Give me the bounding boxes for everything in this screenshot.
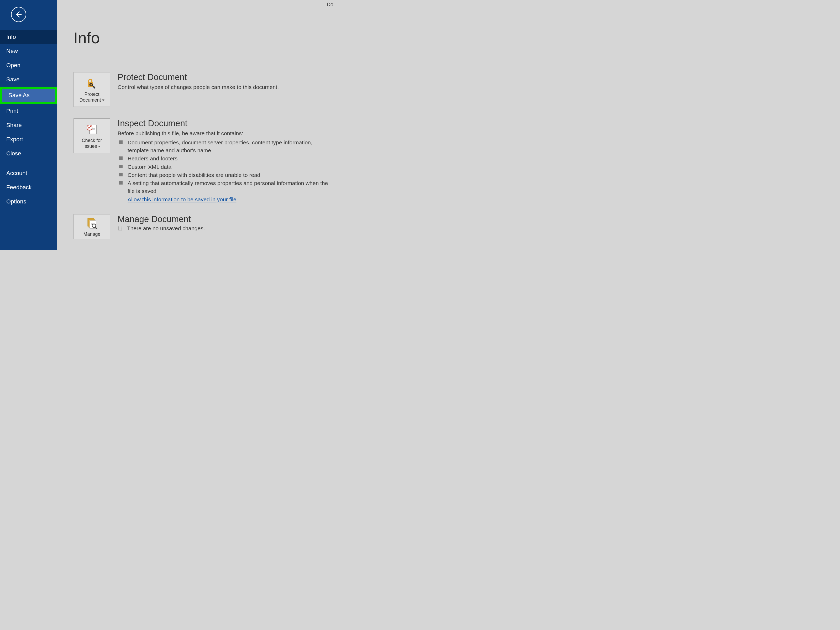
manage-document-button[interactable]: Manage <box>74 214 110 239</box>
section-heading: Protect Document <box>118 72 331 82</box>
allow-info-link[interactable]: Allow this information to be saved in yo… <box>128 196 236 203</box>
sidebar-item-label: Close <box>6 150 21 157</box>
sidebar-item-save[interactable]: Save <box>0 73 57 87</box>
back-button[interactable] <box>11 7 26 22</box>
sidebar-item-info[interactable]: Info <box>0 30 57 44</box>
section-body: Protect Document Control what types of c… <box>118 72 333 91</box>
sidebar-item-label: Options <box>6 198 26 205</box>
sidebar-item-save-as[interactable]: Save As <box>2 89 55 102</box>
sidebar-separator <box>6 164 51 164</box>
section-description: Control what types of changes people can… <box>118 83 331 91</box>
section-inspect: Check for Issues Inspect Document Before… <box>74 118 333 203</box>
arrow-left-icon <box>15 11 22 18</box>
svg-rect-22 <box>118 226 122 230</box>
sidebar-item-label: New <box>6 48 18 54</box>
tile-label: Manage <box>83 231 100 237</box>
manage-status-line: There are no unsaved changes. <box>118 225 331 232</box>
sidebar: Info New Open Save Save As Print Share E… <box>0 0 57 250</box>
check-for-issues-button[interactable]: Check for Issues <box>74 118 110 153</box>
lock-key-icon <box>85 77 98 90</box>
sidebar-item-label: Save As <box>8 92 30 98</box>
sidebar-item-open[interactable]: Open <box>0 58 57 73</box>
list-item: Headers and footers <box>118 155 331 162</box>
sidebar-item-label: Account <box>6 170 27 177</box>
section-heading: Inspect Document <box>118 118 331 128</box>
main-panel: Do Info <box>57 0 333 250</box>
section-manage: Manage Manage Document There are no unsa… <box>74 214 333 239</box>
sidebar-item-label: Print <box>6 107 18 114</box>
section-protect: Protect Document Protect Document Contro… <box>74 72 333 107</box>
protect-document-button[interactable]: Protect Document <box>74 72 110 107</box>
sidebar-item-options[interactable]: Options <box>0 194 57 209</box>
sidebar-item-label: Feedback <box>6 184 32 191</box>
section-body: Inspect Document Before publishing this … <box>118 118 333 203</box>
tile-label: Check for Issues <box>82 137 102 149</box>
sidebar-item-label: Info <box>6 33 16 40</box>
section-body: Manage Document There are no unsaved cha… <box>118 214 333 232</box>
sidebar-item-label: Open <box>6 62 21 68</box>
inspect-document-icon <box>85 123 98 136</box>
sidebar-item-share[interactable]: Share <box>0 118 57 132</box>
list-item: A setting that automatically removes pro… <box>118 179 331 195</box>
sidebar-item-save-as-highlight: Save As <box>0 87 57 104</box>
section-description: Before publishing this file, be aware th… <box>118 129 331 137</box>
document-icon <box>118 226 123 231</box>
list-item: Custom XML data <box>118 163 331 171</box>
tile-label: Protect Document <box>79 92 104 103</box>
chevron-down-icon <box>102 99 104 101</box>
tutorial-highlight: Save As <box>0 87 57 104</box>
sidebar-item-new[interactable]: New <box>0 44 57 58</box>
sidebar-item-label: Export <box>6 136 23 142</box>
sidebar-item-label: Save <box>6 76 19 83</box>
page-title: Info <box>74 29 333 47</box>
sidebar-footer-menu: Account Feedback Options <box>0 166 57 209</box>
list-item: Document properties, document server pro… <box>118 139 331 154</box>
sidebar-item-print[interactable]: Print <box>0 104 57 118</box>
list-item: Content that people with disabilities ar… <box>118 171 331 179</box>
titlebar-fragment: Do <box>327 2 333 8</box>
sidebar-item-export[interactable]: Export <box>0 132 57 147</box>
sidebar-item-feedback[interactable]: Feedback <box>0 180 57 194</box>
manage-document-icon <box>85 216 99 230</box>
manage-status-text: There are no unsaved changes. <box>127 225 205 232</box>
chevron-down-icon <box>98 146 101 147</box>
sidebar-menu: Info New Open Save Save As Print Share E… <box>0 30 57 161</box>
backstage-view: Info New Open Save Save As Print Share E… <box>0 0 333 250</box>
issues-list: Document properties, document server pro… <box>118 139 331 195</box>
section-heading: Manage Document <box>118 214 331 224</box>
sidebar-item-account[interactable]: Account <box>0 166 57 180</box>
sidebar-item-label: Share <box>6 122 22 128</box>
sidebar-item-close[interactable]: Close <box>0 147 57 161</box>
